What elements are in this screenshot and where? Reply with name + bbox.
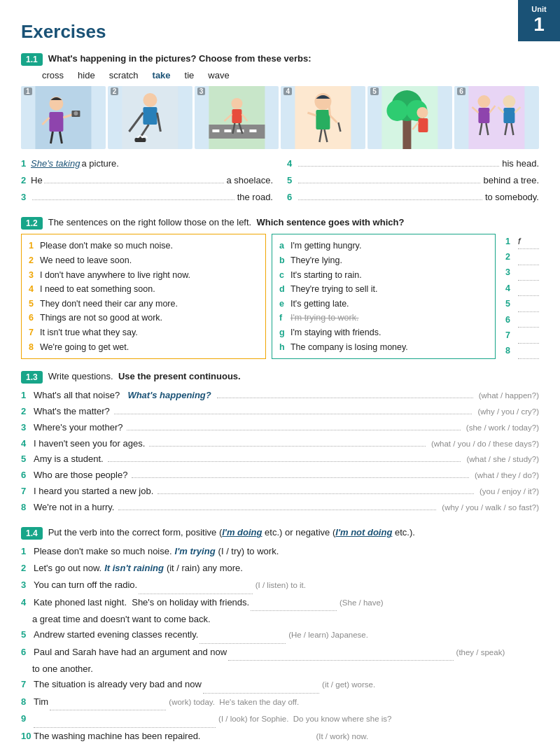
ans-filled-1: She's taking [31,156,80,171]
s-num-2: 2 [21,561,32,577]
q-row-7: 7 I heard you started a new job. (you / … [21,484,539,500]
ans-dots-4 [298,166,499,167]
s1-2-strong: Which sentence goes with which? [256,217,404,227]
q-num-2: 2 [21,404,31,420]
ma-num-1: 1 [505,234,515,249]
match-right-b: bThey're lying. [279,253,488,268]
s-row-9: 9 (I / look) for Sophie. Do you know whe… [21,711,539,728]
svg-rect-30 [316,110,330,129]
q-hint-2: (why / you / cry?) [477,405,539,419]
verb-tie: tie [185,70,195,80]
s-text-4: Kate phoned last night. She's on holiday… [34,595,249,611]
q-text-6: Who are those people? [34,468,127,484]
svg-point-6 [74,111,78,115]
ans-num-5: 5 [287,173,294,188]
answer-line-4: 4 his head. [287,156,539,171]
match-right-d: dThey're trying to sell it. [279,282,488,297]
match-right-a: aI'm getting hungry. [279,239,488,253]
q-hint-6: (what / they / do?) [475,468,539,482]
q-text-1: What's all that noise? [34,388,125,404]
q-row-1: 1 What's all that noise? What's happenin… [21,388,539,404]
ma-val-3 [518,265,539,281]
q-row-2: 2 What's the matter? (why / you / cry?) [21,404,539,420]
s-text-8: Tim [34,694,48,710]
scene-4-svg [281,86,365,149]
ml-text-6: Things are not so good at work. [40,311,162,325]
ma-num-7: 7 [505,328,515,343]
ans-num-6: 6 [287,190,294,205]
ma-row-4: 4 [505,281,539,297]
ans-dots-6 [298,199,482,200]
q-text-2: What's the matter? [34,404,110,420]
s-wrap-4: a great time and doesn't want to come ba… [32,612,211,626]
q-row-4: 4 I haven't seen you for ages. (what / y… [21,436,539,452]
s-row-1: 1 Please don't make so much noise. I'm t… [21,544,539,560]
q-num-8: 8 [21,500,31,516]
scene-5-svg [368,86,452,149]
answer-line-3: 3 the road. [21,190,273,205]
s-hint-9: (I / look) for Sophie. Do you know where… [218,712,391,726]
ans-text-5: behind a tree. [483,173,539,188]
unit-label: Unit [531,5,546,13]
s-text-6: Paul and Sarah have had an argument and … [34,645,227,661]
s-text-3: You can turn off the radio. [34,577,137,594]
q-hint-5: (what / she / study?) [466,452,539,466]
svg-rect-11 [143,107,157,125]
q-hint-3: (she / work / today?) [466,421,539,435]
verb-list: cross hide scratch take tie wave [42,70,539,80]
section-1-1-instruction: What's happening in the pictures? Choose… [48,52,312,65]
section-1-2: 1.2 The sentences on the right follow th… [21,216,539,359]
s-hint-2: (it / rain) any more. [167,561,243,577]
ma-num-2: 2 [505,250,515,265]
svg-point-53 [503,95,516,108]
q-dots-3 [127,430,460,430]
ml-num-3: 3 [29,268,37,283]
matching-left-box: 1Please don't make so much noise. 2We ne… [21,234,266,359]
s-text-2: Let's go out now. [34,561,102,577]
s-dots-8 [50,694,166,711]
s-num-3: 3 [21,577,32,594]
s-num-10: 10 [21,729,32,744]
svg-point-22 [231,98,242,109]
ml-num-7: 7 [29,325,37,340]
mr-letter-c: c [279,268,288,283]
section-1-4-instruction: Put the verb into the correct form, posi… [48,526,415,539]
scene-2-svg [108,86,192,149]
scene-3-svg [195,86,279,149]
s-row-8: 8 Tim (work) today. He's taken the day o… [21,694,539,711]
svg-point-41 [387,100,408,121]
q-num-7: 7 [21,484,31,500]
verb-wave: wave [208,70,229,80]
unit-number: 1 [533,13,545,35]
image-num-2: 2 [111,87,119,95]
ans-text-6: to somebody. [485,190,539,205]
ans-dots-2 [44,183,224,183]
mr-text-c: It's starting to rain. [290,268,362,283]
ans-num-3: 3 [21,190,28,205]
q-num-6: 6 [21,468,31,484]
q-dots-4 [149,446,426,447]
answer-line-6: 6 to somebody. [287,190,539,205]
q-row-6: 6 Who are those people? (what / they / d… [21,468,539,484]
ml-text-4: I need to eat something soon. [40,282,155,297]
match-left-8: 8We're going to get wet. [29,340,258,355]
mr-letter-a: a [279,239,288,253]
q-hint-4: (what / you / do / these days?) [431,437,539,451]
ans-dots-5 [298,183,480,183]
match-left-1: 1Please don't make so much noise. [29,239,258,253]
match-left-3: 3I don't have anywhere to live right now… [29,268,258,283]
unit-badge: Unit 1 [518,0,560,41]
s-num-8: 8 [21,694,32,710]
image-num-4: 4 [284,87,292,95]
image-num-6: 6 [457,87,465,95]
answer-line-1: 1 She's taking a picture. [21,156,273,171]
image-1: 1 [21,86,106,149]
image-num-3: 3 [197,87,206,95]
s-dots-3 [139,577,253,594]
ma-row-8: 8 [505,344,539,359]
ma-row-1: 1 f [505,234,539,250]
ma-num-8: 8 [505,344,515,358]
s-dots-10 [202,729,313,744]
s-num-7: 7 [21,677,32,693]
svg-point-47 [478,95,491,108]
